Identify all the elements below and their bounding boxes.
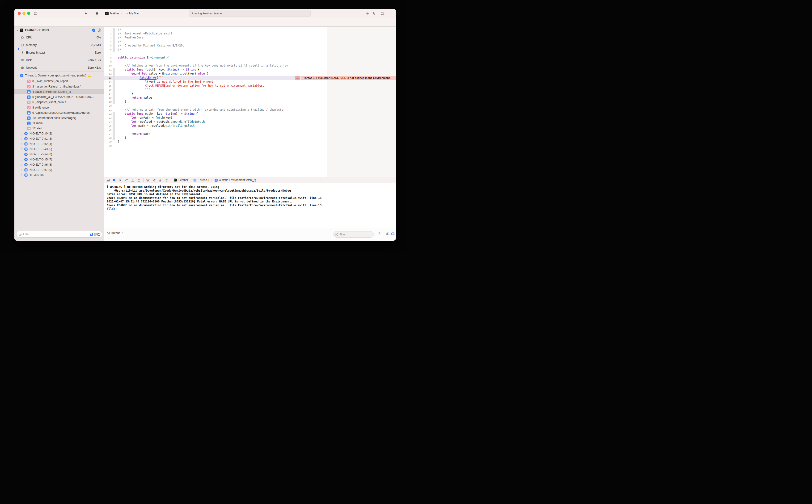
close-window-button[interactable] <box>18 12 21 15</box>
code-line[interactable]: 4// <box>104 40 327 44</box>
fold-ribbon <box>113 84 115 88</box>
code-line[interactable]: 1// <box>104 28 327 32</box>
thread-row[interactable]: NIO-ELT-0-#5 (7) <box>14 157 104 162</box>
show-console-view-icon[interactable] <box>391 232 395 235</box>
thread-row[interactable]: NIO-ELT-0-#3 (5) <box>14 147 104 152</box>
toggle-navigator-icon[interactable] <box>34 12 38 15</box>
thread-row[interactable]: NIO-ELT-0-#2 (4) <box>14 141 104 147</box>
code-line[interactable]: 22 static func path(_ key: String) -> St… <box>104 112 327 116</box>
hide-debug-area-button[interactable] <box>106 178 110 182</box>
gauge-row-cpu[interactable]: CPU0% <box>14 34 104 41</box>
stack-frame-row[interactable]: 8 swift_once <box>14 105 104 110</box>
stack-frame-row[interactable]: 4 static Environment.fetch(_:) <box>14 89 104 94</box>
output-scope-menu[interactable]: All Output <box>107 231 124 235</box>
code-line[interactable]: 16 """) <box>104 88 327 92</box>
code-line[interactable]: 27 return path <box>104 132 327 136</box>
code-line[interactable]: 6// <box>104 48 327 52</box>
code-line[interactable]: 19 } <box>104 100 327 104</box>
code-line[interactable]: 30 <box>104 144 327 148</box>
toggle-inspector-icon[interactable] <box>381 12 384 15</box>
environment-overrides-button[interactable] <box>158 178 162 182</box>
zoom-window-button[interactable] <box>27 12 30 15</box>
thread-row[interactable]: NIO-ELT-0-#7 (9) <box>14 167 104 172</box>
scheme-name: feather <box>110 12 119 15</box>
code-line[interactable]: 8public extension Environment { <box>104 56 327 60</box>
thread-group-row[interactable]: Thread 1 Queue: com.appl…ain-thread (ser… <box>14 72 104 79</box>
code-line[interactable]: 15 Check README.md or documentation for … <box>104 84 327 88</box>
stack-frame-row[interactable]: 12 start <box>14 126 104 131</box>
debug-console[interactable]: [ WARNING ] No custom working directory … <box>104 183 396 228</box>
show-variables-view-icon[interactable] <box>386 232 389 235</box>
navigator-filter-field[interactable]: Filter <box>16 231 102 238</box>
code-line[interactable]: 14 \(key) is not defined in the Environm… <box>104 80 327 84</box>
thread-row[interactable]: NIO-ELT-0-#0 (2) <box>14 131 104 136</box>
code-line[interactable]: 29} <box>104 140 327 144</box>
stack-frame-row[interactable]: 11 main <box>14 121 104 126</box>
step-into-button[interactable] <box>131 178 134 182</box>
minimize-window-button[interactable] <box>22 12 25 15</box>
code-line[interactable]: 21 /// returns a path from the environme… <box>104 108 327 112</box>
step-out-button[interactable] <box>137 178 141 182</box>
console-filter-field[interactable]: Filter <box>333 231 374 238</box>
code-line[interactable]: 7 <box>104 52 327 56</box>
code-line[interactable]: 13 fatalError(""" <box>104 76 327 80</box>
lldb-prompt[interactable]: (lldb) <box>107 207 396 211</box>
stack-frame-row[interactable]: 5 globalinit_33_E3DA4AC59221D2631DC46… <box>14 94 104 100</box>
thread-row[interactable]: NIO-ELT-0-#4 (6) <box>14 152 104 157</box>
code-line[interactable]: 26 <box>104 128 327 132</box>
line-number: 21 <box>104 108 112 112</box>
code-line[interactable]: 5// Created by Michael Critz on 8/9/20. <box>104 44 327 48</box>
process-row[interactable]: Feather PID 8693 <box>14 27 104 34</box>
run-button[interactable] <box>84 12 88 15</box>
frame-label: 12 start <box>32 127 42 130</box>
stack-frame-row[interactable]: 3 _assertionFailure(_:_:file:line:flags:… <box>14 84 104 89</box>
code-line[interactable]: 9 <box>104 60 327 64</box>
code-line[interactable]: 11 static func fetch(_ key: String) -> S… <box>104 68 327 72</box>
code-text: } <box>118 92 133 96</box>
stack-frame-row[interactable]: 0 _swift_runtime_on_report <box>14 79 104 84</box>
fold-ribbon <box>113 140 115 144</box>
fold-ribbon <box>113 68 115 72</box>
source-editor[interactable]: 1//2// Environmetn+FetchValue.swift3// F… <box>104 27 396 177</box>
continue-button[interactable] <box>119 178 122 182</box>
process-view-mode-button[interactable] <box>97 233 101 236</box>
code-line[interactable]: 24 let resolved = rawPath.expandingTilde… <box>104 120 327 124</box>
gauge-row-energy[interactable]: Energy ImpactZero <box>14 49 104 56</box>
code-line[interactable]: 25 let path = resolved.withTrailingSlash <box>104 124 327 128</box>
code-line[interactable]: 28 } <box>104 136 327 140</box>
clear-console-icon[interactable] <box>378 232 381 235</box>
debug-view-hierarchy-button[interactable] <box>146 178 150 182</box>
thread-row[interactable]: TP-#0 (10) <box>14 172 104 178</box>
scheme-selector[interactable]: feather 〉 My Mac <box>105 9 139 18</box>
memory-graph-button[interactable] <box>152 178 156 182</box>
show-debug-symbols-button[interactable] <box>90 233 93 236</box>
line-number: 12 <box>104 72 112 76</box>
gauge-row-disk[interactable]: DiskZero KB/s <box>14 56 104 64</box>
code-line[interactable]: 23 let rawPath = fetch(key) <box>104 116 327 120</box>
add-button[interactable] <box>366 12 369 15</box>
code-line[interactable]: 12 guard let value = Environment.get(key… <box>104 72 327 76</box>
code-line[interactable]: 3// FeatherCore <box>104 36 327 40</box>
thread-row[interactable]: NIO-ELT-0-#1 (3) <box>14 136 104 141</box>
stack-frame-row[interactable]: 6 _dispatch_client_callout <box>14 100 104 105</box>
editor-swap-arrows-icon[interactable] <box>372 12 376 15</box>
show-running-threads-button[interactable] <box>93 233 97 236</box>
fold-ribbon <box>113 96 115 100</box>
thread-row[interactable]: NIO-ELT-0-#6 (8) <box>14 162 104 167</box>
stack-frame-row[interactable]: 10 Feather.useLocalFileStorage() <box>14 115 104 121</box>
code-line[interactable]: 18 return value <box>104 96 327 100</box>
code-line[interactable]: 2// Environmetn+FetchValue.swift <box>104 32 327 36</box>
stop-button[interactable] <box>95 12 99 15</box>
gauge-row-memory[interactable]: Memory38,2 MB <box>14 41 104 49</box>
step-over-button[interactable] <box>125 178 128 182</box>
error-banner[interactable]: Thread 1: Fatal error: BASE_URL is not d… <box>301 76 396 80</box>
stack-frame-row[interactable]: 9 Application.baseUrl.unsafeMutableAddre… <box>14 110 104 115</box>
code-line[interactable]: 20 <box>104 104 327 108</box>
code-line[interactable]: 17 } <box>104 92 327 96</box>
simulate-location-button[interactable] <box>164 178 168 182</box>
breakpoints-toggle-button[interactable] <box>113 178 116 182</box>
gauge-row-network[interactable]: NetworkZero KB/s <box>14 64 104 71</box>
error-expand-chip[interactable] <box>295 76 300 80</box>
code-line[interactable]: 10 /// fetches a key from the environmen… <box>104 64 327 68</box>
filter-placeholder: Filter <box>23 233 90 236</box>
